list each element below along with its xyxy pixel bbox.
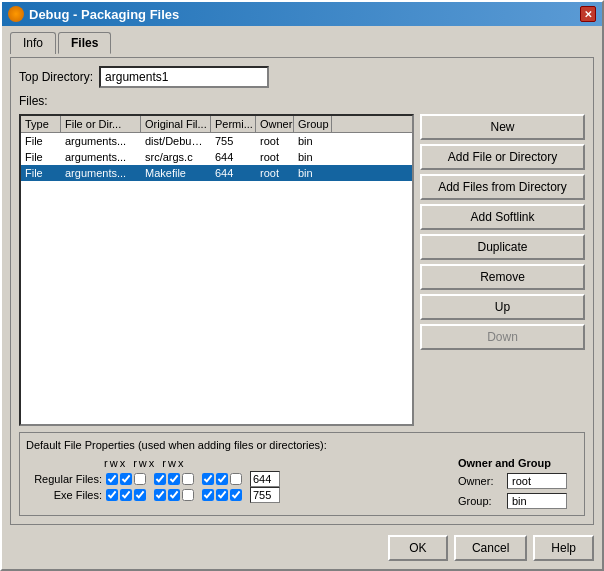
close-button[interactable]: ✕ [580, 6, 596, 22]
regular-r2-check[interactable] [154, 473, 166, 485]
group-label: Group: [458, 495, 503, 507]
perm-section: r w x r w x r w x Regular Files: [26, 457, 446, 503]
regular-files-value[interactable] [250, 471, 280, 487]
remove-button[interactable]: Remove [420, 264, 585, 290]
col-owner: Owner [256, 116, 294, 132]
exe-files-row: Exe Files: [26, 487, 446, 503]
cancel-button[interactable]: Cancel [454, 535, 527, 561]
add-softlink-button[interactable]: Add Softlink [420, 204, 585, 230]
tab-files-content: Top Directory: Files: Type File or Dir..… [10, 57, 594, 525]
tab-info[interactable]: Info [10, 32, 56, 54]
top-directory-label: Top Directory: [19, 70, 93, 84]
group-row: Group: [458, 493, 578, 509]
regular-w3-check[interactable] [216, 473, 228, 485]
default-props-title: Default File Properties (used when addin… [26, 439, 578, 451]
table-body: File arguments... dist/Debug/... 755 roo… [21, 133, 412, 424]
files-table: Type File or Dir... Original Fil... Perm… [19, 114, 414, 426]
exe-files-cb-group3 [202, 489, 242, 501]
table-row[interactable]: File arguments... dist/Debug/... 755 roo… [21, 133, 412, 149]
help-button[interactable]: Help [533, 535, 594, 561]
ok-button[interactable]: OK [388, 535, 448, 561]
default-file-properties: Default File Properties (used when addin… [19, 432, 585, 516]
col-file: File or Dir... [61, 116, 141, 132]
main-area: Type File or Dir... Original Fil... Perm… [19, 114, 585, 426]
down-button[interactable]: Down [420, 324, 585, 350]
titlebar: Debug - Packaging Files ✕ [2, 2, 602, 26]
app-icon [8, 6, 24, 22]
regular-files-label: Regular Files: [26, 473, 102, 485]
files-label: Files: [19, 94, 585, 108]
exe-files-cb-group1 [106, 489, 146, 501]
exe-x3-check[interactable] [230, 489, 242, 501]
props-grid: r w x r w x r w x Regular Files: [26, 457, 578, 509]
owner-group-title: Owner and Group [458, 457, 578, 469]
bottom-bar: OK Cancel Help [2, 531, 602, 569]
new-button[interactable]: New [420, 114, 585, 140]
exe-w3-check[interactable] [216, 489, 228, 501]
table-header: Type File or Dir... Original Fil... Perm… [21, 116, 412, 133]
regular-r3-check[interactable] [202, 473, 214, 485]
button-panel: New Add File or Directory Add Files from… [420, 114, 585, 426]
add-files-from-dir-button[interactable]: Add Files from Directory [420, 174, 585, 200]
exe-w1-check[interactable] [120, 489, 132, 501]
main-window: Debug - Packaging Files ✕ Info Files Top… [0, 0, 604, 571]
top-directory-row: Top Directory: [19, 66, 585, 88]
col-type: Type [21, 116, 61, 132]
duplicate-button[interactable]: Duplicate [420, 234, 585, 260]
owner-label: Owner: [458, 475, 503, 487]
regular-files-cb-group2 [154, 473, 194, 485]
regular-files-cb-group3 [202, 473, 242, 485]
group-input[interactable] [507, 493, 567, 509]
top-directory-input[interactable] [99, 66, 269, 88]
col-group: Group [294, 116, 332, 132]
table-row[interactable]: File arguments... src/args.c 644 root bi… [21, 149, 412, 165]
exe-r1-check[interactable] [106, 489, 118, 501]
col-perm: Permi... [211, 116, 256, 132]
col-orig: Original Fil... [141, 116, 211, 132]
table-row[interactable]: File arguments... Makefile 644 root bin [21, 165, 412, 181]
owner-row: Owner: [458, 473, 578, 489]
regular-files-checkboxes [106, 471, 280, 487]
exe-files-checkboxes [106, 487, 280, 503]
regular-files-cb-group1 [106, 473, 146, 485]
window-title: Debug - Packaging Files [29, 7, 179, 22]
add-file-dir-button[interactable]: Add File or Directory [420, 144, 585, 170]
up-button[interactable]: Up [420, 294, 585, 320]
tab-files[interactable]: Files [58, 32, 111, 54]
regular-r1-check[interactable] [106, 473, 118, 485]
regular-x3-check[interactable] [230, 473, 242, 485]
regular-x2-check[interactable] [182, 473, 194, 485]
exe-x1-check[interactable] [134, 489, 146, 501]
exe-r3-check[interactable] [202, 489, 214, 501]
exe-files-cb-group2 [154, 489, 194, 501]
exe-x2-check[interactable] [182, 489, 194, 501]
content-area: Info Files Top Directory: Files: Type [2, 26, 602, 531]
exe-r2-check[interactable] [154, 489, 166, 501]
exe-files-value[interactable] [250, 487, 280, 503]
exe-w2-check[interactable] [168, 489, 180, 501]
titlebar-left: Debug - Packaging Files [8, 6, 179, 22]
regular-files-row: Regular Files: [26, 471, 446, 487]
regular-x1-check[interactable] [134, 473, 146, 485]
owner-group-section: Owner and Group Owner: Group: [458, 457, 578, 509]
owner-input[interactable] [507, 473, 567, 489]
regular-w1-check[interactable] [120, 473, 132, 485]
exe-files-label: Exe Files: [26, 489, 102, 501]
regular-w2-check[interactable] [168, 473, 180, 485]
tabs: Info Files [10, 32, 594, 54]
